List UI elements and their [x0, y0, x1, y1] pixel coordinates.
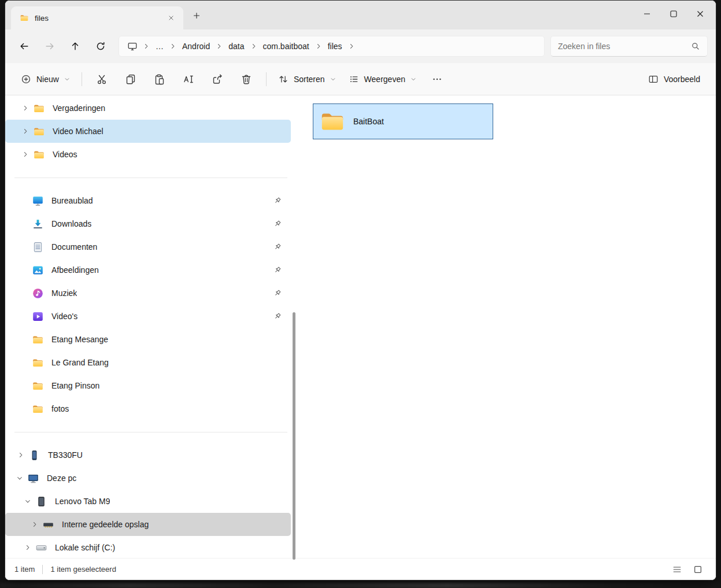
close-button[interactable] [687, 2, 713, 26]
chevron-down-icon [330, 76, 336, 82]
refresh-icon [95, 41, 106, 51]
sidebar-item-label: Deze pc [47, 474, 76, 483]
chevron-right-icon[interactable] [18, 128, 33, 135]
folder-icon [33, 149, 45, 161]
forward-button[interactable] [39, 36, 61, 57]
sidebar-item-interne-gedeelde-opslag[interactable]: Interne gedeelde opslag [5, 513, 291, 536]
sidebar-item-deze-pc[interactable]: Deze pc [5, 467, 291, 490]
new-button[interactable]: Nieuw [14, 68, 76, 90]
monitor-icon [127, 41, 138, 51]
breadcrumb-item-files[interactable]: files [323, 38, 347, 55]
sidebar-item-lenovo-tab-m9[interactable]: Lenovo Tab M9 [5, 490, 291, 513]
view-list-icon [349, 74, 359, 84]
sidebar-item-label: Video Michael [53, 127, 103, 136]
chevron-down-icon[interactable] [12, 475, 27, 482]
pin-icon [273, 243, 282, 251]
clipboard-icon [154, 73, 165, 85]
sidebar-item-afbeeldingen[interactable]: Afbeeldingen [5, 258, 291, 282]
search-icon [691, 42, 700, 51]
chevron-right-icon[interactable] [20, 544, 35, 551]
music-icon [32, 287, 44, 299]
paste-button[interactable] [145, 68, 174, 90]
sidebar-item-fotos[interactable]: fotos [5, 397, 291, 420]
sidebar-item-label: Vergaderingen [53, 103, 105, 113]
file-explorer-window: files … Android data com.baitboat files [5, 0, 716, 580]
sidebar-item-label: Videos [53, 150, 77, 159]
details-view-button[interactable] [668, 561, 686, 578]
search-box[interactable] [550, 36, 708, 57]
search-input[interactable] [558, 42, 686, 51]
sidebar-item-lokale-schijf-c[interactable]: Lokale schijf (C:) [5, 536, 291, 558]
more-button[interactable] [423, 68, 452, 90]
tab-title: files [35, 14, 49, 23]
copy-button[interactable] [116, 68, 145, 90]
folder-icon [32, 334, 44, 346]
preview-pane-icon [648, 74, 659, 84]
pin-icon [273, 220, 282, 228]
new-button-label: Nieuw [36, 75, 59, 84]
refresh-button[interactable] [90, 36, 112, 57]
pin-icon [273, 289, 282, 297]
sidebar-item-documenten[interactable]: Documenten [5, 235, 291, 258]
chevron-right-icon [143, 43, 150, 50]
breadcrumb-pc-button[interactable] [123, 38, 142, 55]
sidebar-item-tb330fu[interactable]: TB330FU [5, 443, 291, 467]
sidebar-item-label: Lenovo Tab M9 [55, 497, 110, 506]
folder-icon [33, 102, 45, 114]
sidebar-item-vergaderingen[interactable]: Vergaderingen [5, 97, 291, 120]
hard-disk-icon [35, 542, 47, 554]
view-button[interactable]: Weergeven [342, 68, 423, 90]
plus-icon [193, 12, 201, 20]
documents-icon [32, 241, 44, 253]
sidebar-item-etang-mesange[interactable]: Etang Mesange [5, 328, 291, 351]
sidebar-item-video-michael[interactable]: Video Michael [5, 120, 291, 143]
sidebar-item-downloads[interactable]: Downloads [5, 212, 291, 235]
divider [266, 72, 267, 86]
forward-icon [45, 41, 55, 51]
chevron-right-icon[interactable] [27, 521, 42, 528]
up-icon [70, 41, 80, 51]
file-item-baitboat[interactable]: BaitBoat [313, 103, 493, 139]
trash-icon [241, 73, 252, 85]
maximize-button[interactable] [660, 2, 687, 26]
sidebar-scrollbar[interactable] [293, 312, 295, 560]
tab-close-button[interactable] [164, 10, 179, 25]
sidebar-item-videos[interactable]: Videos [5, 143, 291, 166]
new-tab-button[interactable] [187, 6, 206, 25]
sidebar-item-videos-library[interactable]: Video's [5, 305, 291, 328]
share-icon [212, 73, 223, 85]
cut-button[interactable] [87, 68, 116, 90]
back-button[interactable] [13, 36, 35, 57]
pin-icon [273, 197, 282, 205]
share-button[interactable] [203, 68, 232, 90]
status-bar: 1 item 1 item geselecteerd [5, 558, 716, 580]
chevron-right-icon[interactable] [18, 105, 33, 112]
chevron-right-icon[interactable] [18, 151, 33, 158]
item-count: 1 item [14, 565, 35, 574]
large-icons-view-button[interactable] [689, 561, 707, 578]
chevron-right-icon [348, 43, 355, 50]
sidebar-item-le-grand-etang[interactable]: Le Grand Etang [5, 351, 291, 374]
phone-icon [28, 449, 40, 461]
sidebar-item-etang-pinson[interactable]: Etang Pinson [5, 374, 291, 397]
ellipsis-icon [432, 74, 442, 84]
explorer-tab[interactable]: files [11, 6, 183, 29]
chevron-down-icon[interactable] [20, 498, 35, 505]
up-button[interactable] [64, 36, 86, 57]
breadcrumb-item-com-baitboat[interactable]: com.baitboat [258, 38, 315, 55]
sidebar-item-muziek[interactable]: Muziek [5, 282, 291, 305]
chevron-right-icon[interactable] [13, 452, 28, 458]
breadcrumb-item-data[interactable]: data [223, 38, 249, 55]
preview-button[interactable]: Voorbeeld [642, 68, 707, 90]
breadcrumb-ellipsis[interactable]: … [150, 38, 169, 55]
chevron-right-icon [250, 43, 257, 50]
rename-button[interactable] [174, 68, 203, 90]
sort-button[interactable]: Sorteren [272, 68, 342, 90]
file-list: BaitBoat [295, 95, 716, 558]
delete-button[interactable] [232, 68, 261, 90]
sidebar-item-bureaublad[interactable]: Bureaublad [5, 189, 291, 212]
minimize-button[interactable] [634, 2, 660, 26]
breadcrumb-item-android[interactable]: Android [177, 38, 215, 55]
sidebar-item-label: Lokale schijf (C:) [55, 543, 115, 552]
sidebar-item-label: Bureaublad [51, 196, 93, 205]
